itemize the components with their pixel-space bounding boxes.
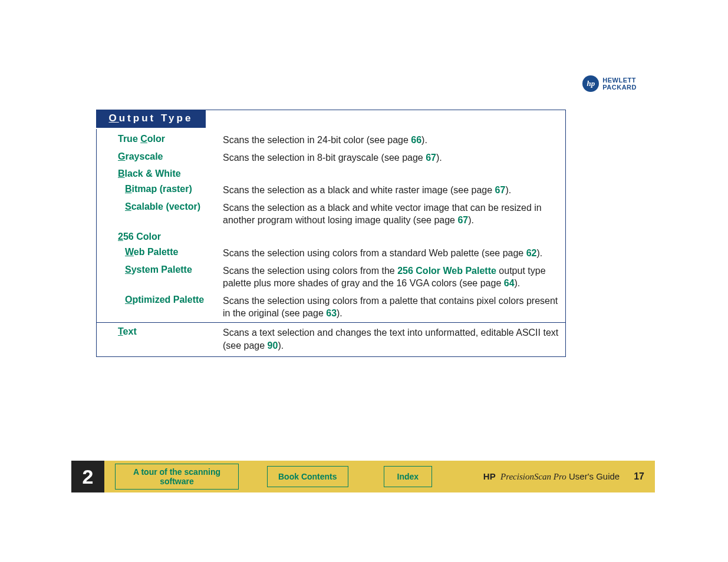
page-link-63[interactable]: 63 <box>326 308 337 318</box>
chapter-number: 2 <box>71 461 104 492</box>
label-system-palette[interactable]: System Palette <box>125 265 223 290</box>
desc-true-color: Scans the selection in 24-bit color (see… <box>223 134 559 147</box>
page-link-67c[interactable]: 67 <box>457 215 468 225</box>
hp-logo: hp HEWLETT PACKARD <box>582 75 637 92</box>
row-black-white: Black & White <box>97 166 565 181</box>
desc-optimized-palette: Scans the selection using colors from a … <box>223 295 559 320</box>
label-web-palette[interactable]: Web Palette <box>125 247 223 260</box>
guide-title: HP PrecisionScan Pro User's Guide <box>483 471 620 482</box>
link-256-color-web[interactable]: 256 Color Web Palette <box>397 266 496 276</box>
desc-web-palette: Scans the selection using colors from a … <box>223 247 559 260</box>
desc-grayscale: Scans the selection in 8-bit grayscale (… <box>223 151 559 164</box>
section-header: Output Type <box>96 110 206 129</box>
page-number: 17 <box>634 471 644 482</box>
row-system-palette: System Palette Scans the selection using… <box>97 262 565 292</box>
hp-logo-text: HEWLETT PACKARD <box>602 77 637 91</box>
label-256-color[interactable]: 256 Color <box>118 232 223 242</box>
logo-line2: PACKARD <box>602 84 637 91</box>
logo-line1: HEWLETT <box>602 77 637 84</box>
row-grayscale: Grayscale Scans the selection in 8-bit g… <box>97 149 565 167</box>
page-link-67b[interactable]: 67 <box>495 185 506 195</box>
row-text: Text Scans a text selection and changes … <box>97 322 565 356</box>
hp-logo-icon: hp <box>582 75 599 92</box>
label-bitmap[interactable]: Bitmap (raster) <box>125 184 223 197</box>
page-link-66[interactable]: 66 <box>411 135 421 145</box>
row-true-color: True Color Scans the selection in 24-bit… <box>97 131 565 149</box>
footer-bar: 2 A tour of the scanning software Book C… <box>71 461 655 492</box>
output-type-table: Output Type True Color Scans the selecti… <box>96 110 566 357</box>
label-true-color[interactable]: True Color <box>118 134 223 147</box>
section-rest: utput Type <box>119 113 193 124</box>
label-optimized-palette[interactable]: Optimized Palette <box>125 295 223 320</box>
footer-content: A tour of the scanning software Book Con… <box>104 461 655 492</box>
label-grayscale[interactable]: Grayscale <box>118 151 223 164</box>
label-text[interactable]: Text <box>118 326 223 352</box>
row-scalable: Scalable (vector) Scans the selection as… <box>97 199 565 229</box>
page-link-64[interactable]: 64 <box>504 278 515 288</box>
row-optimized-palette: Optimized Palette Scans the selection us… <box>97 292 565 322</box>
page-link-62[interactable]: 62 <box>526 248 537 258</box>
label-black-white[interactable]: Black & White <box>118 168 223 179</box>
page-link-67a[interactable]: 67 <box>426 153 436 163</box>
label-scalable[interactable]: Scalable (vector) <box>125 201 223 227</box>
desc-system-palette: Scans the selection using colors from th… <box>223 265 559 290</box>
tour-button[interactable]: A tour of the scanning software <box>115 464 239 490</box>
index-button[interactable]: Index <box>384 466 433 487</box>
desc-text: Scans a text selection and changes the t… <box>223 326 559 352</box>
row-256-color: 256 Color <box>97 229 565 244</box>
section-underline: O <box>109 113 119 124</box>
book-contents-button[interactable]: Book Contents <box>267 466 348 487</box>
page-link-90[interactable]: 90 <box>268 340 278 351</box>
desc-scalable: Scans the selection as a black and white… <box>223 201 559 227</box>
row-bitmap: Bitmap (raster) Scans the selection as a… <box>97 181 565 199</box>
desc-bitmap: Scans the selection as a black and white… <box>223 184 559 197</box>
row-web-palette: Web Palette Scans the selection using co… <box>97 244 565 262</box>
